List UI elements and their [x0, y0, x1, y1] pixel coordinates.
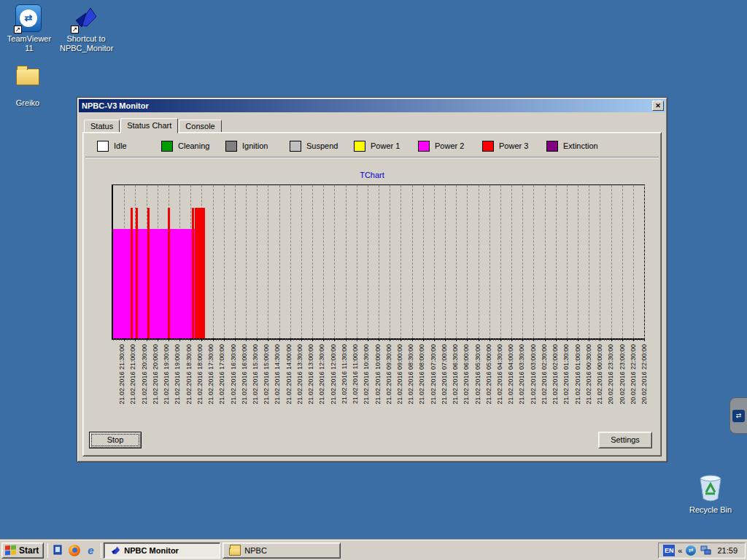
desktop-icon-recycle-bin[interactable]: Recycle Bin	[684, 472, 737, 515]
legend-swatch	[290, 141, 301, 152]
axis-tick	[190, 338, 191, 341]
start-button[interactable]: Start	[1, 542, 44, 559]
folder-icon	[14, 69, 42, 96]
axis-tick	[379, 338, 379, 341]
gridline	[511, 185, 512, 338]
axis-tick	[213, 338, 214, 341]
axis-tick	[346, 338, 347, 341]
gridline	[279, 185, 280, 338]
network-tray-icon[interactable]	[700, 545, 711, 556]
gridline	[213, 185, 214, 338]
axis-tick	[500, 338, 501, 341]
task-button-label: NPBC Monitor	[124, 546, 179, 555]
x-axis-label: 21.02.2016 19:00:00	[174, 344, 181, 405]
axis-tick	[423, 338, 424, 341]
legend-label: Ignition	[242, 141, 268, 150]
legend-item-ignition: Ignition	[225, 141, 290, 152]
window-titlebar[interactable]: NPBC-V3 Monitor ✕	[79, 99, 665, 112]
windows-logo-icon	[5, 545, 16, 555]
x-axis-label: 21.02.2016 10:00:00	[374, 344, 382, 405]
shortcut-overlay-icon: ↗	[14, 26, 22, 34]
tab-status[interactable]: Status	[84, 120, 120, 133]
x-axis-label: 21.02.2016 20:30:00	[141, 344, 148, 405]
axis-tick	[489, 338, 490, 341]
gridline	[644, 185, 645, 338]
x-axis-label: 21.02.2016 14:30:00	[274, 344, 281, 405]
axis-tick	[323, 338, 324, 341]
gridline	[400, 185, 401, 338]
x-axis-label: 20.02.2016 22:30:00	[630, 344, 637, 405]
tab-status-chart[interactable]: Status Chart	[120, 118, 178, 133]
gridline	[235, 185, 236, 338]
x-axis-label: 21.02.2016 11:00:00	[352, 344, 359, 404]
axis-tick	[611, 338, 612, 341]
axis-tick	[578, 338, 578, 341]
gridline	[500, 185, 501, 338]
gridline	[268, 185, 268, 338]
tab-console[interactable]: Console	[179, 120, 221, 133]
tray-chevron[interactable]: «	[678, 546, 682, 555]
axis-tick	[246, 338, 247, 341]
x-axis-label: 21.02.2016 16:30:00	[230, 344, 237, 405]
x-axis-label: 21.02.2016 12:30:00	[318, 344, 325, 405]
x-axis-label: 20.02.2016 23:30:00	[607, 344, 614, 405]
npbc-monitor-window: NPBC-V3 Monitor ✕ Status Status Chart Co…	[77, 97, 667, 462]
desktop-icon-npbc-shortcut[interactable]: ↗ Shortcut to NPBC_Monitor	[60, 4, 112, 53]
legend-label: Power 2	[435, 141, 464, 150]
axis-tick	[434, 338, 435, 341]
desktop-icon-label: Greiko	[1, 98, 54, 108]
x-axis-label: 21.02.2016 17:30:00	[207, 344, 214, 405]
axis-tick	[633, 338, 634, 341]
x-axis-label: 21.02.2016 19:30:00	[163, 344, 170, 405]
axis-tick	[456, 338, 457, 341]
x-axis-label: 21.02.2016 01:00:00	[574, 344, 581, 405]
settings-button[interactable]: Settings	[598, 432, 652, 448]
legend-item-extinction: Extinction	[546, 141, 611, 152]
x-axis-label: 21.02.2016 03:30:00	[518, 344, 525, 405]
taskbar-clock[interactable]: 21:59	[714, 546, 740, 555]
gridline	[301, 185, 302, 338]
gridline	[257, 185, 258, 338]
x-axis-label: 21.02.2016 08:00:00	[418, 344, 425, 405]
legend-item-suspend: Suspend	[290, 141, 354, 152]
language-indicator[interactable]: EN	[663, 545, 675, 556]
x-axis-label: 21.02.2016 12:00:00	[330, 344, 337, 405]
x-axis-label: 21.02.2016 09:00:00	[396, 344, 403, 405]
teamviewer-panel-handle[interactable]: ⇄	[729, 397, 747, 434]
stop-button[interactable]: Stop	[89, 432, 142, 448]
axis-tick	[169, 338, 169, 341]
axis-tick	[522, 338, 523, 341]
x-axis-label: 21.02.2016 15:30:00	[252, 344, 259, 405]
legend-swatch	[418, 141, 430, 152]
chart-bar-power-3-3	[147, 208, 150, 338]
gridline	[346, 185, 347, 338]
legend-swatch	[161, 141, 173, 152]
gridline	[312, 185, 313, 338]
task-button-npbc-monitor[interactable]: NPBC Monitor	[104, 542, 220, 559]
axis-tick	[135, 338, 136, 341]
teamviewer-tray-icon[interactable]: ⇄	[685, 545, 697, 556]
gridline	[545, 185, 546, 338]
x-axis-label: 21.02.2016 09:30:00	[385, 344, 392, 405]
x-axis-label: 21.02.2016 04:00:00	[507, 344, 514, 405]
desktop-icon-teamviewer[interactable]: ⇄ ↗ TeamViewer 11	[3, 4, 55, 53]
x-axis-label: 21.02.2016 13:00:00	[307, 344, 314, 405]
gridline	[467, 185, 468, 338]
show-desktop-icon[interactable]	[52, 544, 65, 557]
x-axis-label: 21.02.2016 02:30:00	[541, 344, 548, 405]
chart-bar-power-2-0	[113, 229, 195, 338]
x-axis-label: 21.02.2016 10:30:00	[363, 344, 370, 405]
task-button-npbc-folder[interactable]: NPBC	[222, 542, 341, 559]
x-axis-label: 21.02.2016 00:00:00	[596, 344, 603, 405]
gridline	[633, 185, 634, 338]
shortcut-overlay-icon: ↗	[71, 26, 79, 34]
x-axis-label: 21.02.2016 07:30:00	[430, 344, 437, 405]
x-axis-label: 21.02.2016 17:00:00	[218, 344, 225, 405]
close-icon[interactable]: ✕	[652, 101, 664, 111]
firefox-icon[interactable]	[68, 544, 81, 557]
teamviewer-icon: ⇄	[732, 410, 745, 422]
internet-explorer-icon[interactable]: e	[84, 544, 97, 557]
desktop-icon-greiko[interactable]: Greiko	[1, 61, 54, 108]
chart-bar-power-3-1	[131, 208, 133, 338]
legend-label: Power 1	[371, 141, 400, 150]
